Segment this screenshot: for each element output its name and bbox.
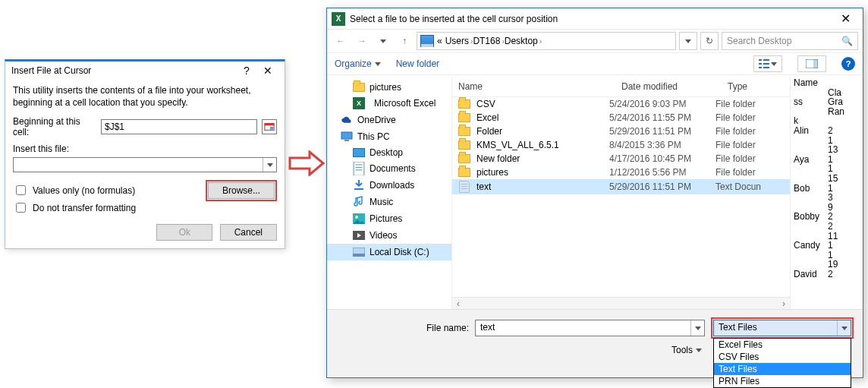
picker-bottom: File name: text Text Files Excel FilesCS…	[327, 309, 863, 377]
preview-line: Cla	[794, 88, 860, 98]
sidebar-item-videos[interactable]: Videos	[327, 227, 451, 244]
sidebar-item-label: Microsoft Excel	[374, 98, 436, 109]
sidebar-item-desktop[interactable]: Desktop	[327, 145, 451, 160]
help-button[interactable]: ?	[236, 65, 257, 77]
search-placeholder: Search Desktop	[727, 36, 791, 46]
tools-menu[interactable]: Tools	[671, 345, 702, 355]
breadcrumb[interactable]: « Users ›DT168 ›Desktop ›	[417, 32, 676, 50]
file-header: Name Date modified Type	[452, 77, 790, 97]
refresh-button[interactable]: ↻	[700, 32, 719, 50]
svg-rect-16	[355, 169, 362, 170]
scroll-right-icon[interactable]: ›	[778, 298, 790, 309]
crumb-overflow[interactable]: «	[437, 36, 442, 46]
insert-file-combo[interactable]	[13, 157, 277, 172]
filter-option[interactable]: CSV Files	[714, 351, 851, 363]
file-row[interactable]: Excel5/24/2016 11:55 PMFile folder	[452, 111, 790, 125]
nav-up-button[interactable]: ↑	[395, 32, 414, 50]
sidebar-item-label: Downloads	[370, 180, 414, 191]
sidebar-item-this-pc[interactable]: This PC	[327, 128, 451, 145]
file-date: 8/4/2015 3:36 PM	[609, 140, 715, 150]
preview-line: David2	[794, 270, 860, 279]
file-name-input[interactable]: text	[475, 320, 705, 336]
crumb-users[interactable]: Users ›	[445, 36, 473, 46]
cancel-button[interactable]: Cancel	[220, 224, 277, 241]
sidebar-item-onedrive[interactable]: OneDrive	[327, 112, 451, 128]
file-date: 5/29/2016 11:51 PM	[609, 126, 715, 137]
file-name: KMS_VL_ALL_6.5.1	[476, 140, 609, 150]
file-row[interactable]: text5/29/2016 11:51 PMText Docun	[452, 179, 790, 194]
file-date: 5/24/2016 9:03 PM	[609, 99, 715, 109]
crumb-desktop[interactable]: Desktop ›	[505, 36, 542, 46]
file-pane: Name Date modified Type CSV5/24/2016 9:0…	[452, 77, 791, 309]
col-type[interactable]: Type	[722, 77, 790, 96]
sidebar-item-documents[interactable]: Documents	[327, 160, 451, 177]
crumb-dt168[interactable]: DT168 ›	[473, 36, 504, 46]
sidebar-item-local-disk-c-[interactable]: Local Disk (C:)	[327, 244, 451, 260]
scroll-left-icon[interactable]: ‹	[452, 298, 464, 309]
sidebar-item-microsoft-excel[interactable]: XMicrosoft Excel	[327, 95, 451, 112]
picker-titlebar: X Select a file to be inserted at the ce…	[327, 8, 863, 30]
sidebar-item-pictures[interactable]: pictures	[327, 80, 451, 95]
crumb-dropdown-icon[interactable]	[679, 32, 697, 50]
file-row[interactable]: Folder5/29/2016 11:51 PMFile folder	[452, 125, 790, 138]
col-name[interactable]: Name	[452, 77, 615, 96]
preview-line: 1	[794, 164, 860, 174]
preview-line: Alin2	[794, 126, 860, 136]
col-date[interactable]: Date modified	[615, 77, 722, 96]
file-picker-dialog: X Select a file to be inserted at the ce…	[326, 8, 863, 378]
preview-line: ssGra	[794, 97, 860, 107]
file-row[interactable]: pictures1/12/2016 5:56 PMFile folder	[452, 166, 790, 179]
svg-rect-13	[354, 162, 364, 175]
preview-line: Ran	[794, 107, 860, 117]
svg-rect-17	[354, 188, 363, 190]
filter-option[interactable]: Excel Files	[714, 339, 851, 351]
sidebar-item-music[interactable]: Music	[327, 194, 451, 210]
preview-pane-button[interactable]	[797, 55, 826, 72]
preview-line: 15	[794, 174, 860, 184]
beginning-cell-input[interactable]	[101, 119, 257, 134]
filter-option[interactable]: Text Files	[714, 363, 851, 375]
help-icon[interactable]: ?	[841, 57, 855, 71]
svg-rect-1	[265, 124, 274, 126]
chevron-down-icon	[771, 62, 777, 66]
file-name: text	[476, 181, 609, 192]
sidebar-item-label: Desktop	[370, 147, 403, 158]
nav-row: ← → ↑ « Users ›DT168 ›Desktop › ↻ Search…	[327, 30, 863, 52]
no-format-checkbox-input[interactable]	[16, 203, 26, 213]
file-row[interactable]: KMS_VL_ALL_6.5.18/4/2015 3:36 PMFile fol…	[452, 138, 790, 152]
view-mode-button[interactable]	[753, 55, 782, 72]
no-format-checkbox[interactable]: Do not transfer formatting	[13, 200, 206, 215]
preview-line: Bobby2	[794, 212, 860, 222]
search-input[interactable]: Search Desktop 🔍	[722, 32, 858, 50]
nav-back-button[interactable]: ←	[332, 32, 350, 50]
nav-recent-arrow-icon[interactable]	[374, 32, 392, 50]
search-icon: 🔍	[841, 36, 853, 46]
combo-arrow-icon[interactable]	[263, 158, 276, 172]
arrow-icon	[288, 150, 325, 176]
cell-picker-icon[interactable]	[262, 119, 277, 134]
ok-button[interactable]: Ok	[156, 224, 212, 241]
file-row[interactable]: CSV5/24/2016 9:03 PMFile folder	[452, 97, 790, 111]
values-only-checkbox[interactable]: Values only (no formulas)	[13, 183, 206, 197]
file-name: CSV	[476, 99, 609, 109]
horizontal-scrollbar[interactable]: ‹ ›	[452, 297, 790, 309]
file-name-dropdown-icon[interactable]	[690, 320, 704, 336]
preview-line: 1	[794, 251, 860, 260]
beginning-cell-label: Beginning at this cell:	[13, 116, 96, 137]
dialog-title: Insert File at Cursor	[11, 65, 236, 76]
file-row[interactable]: New folder4/17/2016 10:45 PMFile folder	[452, 152, 790, 166]
picker-close-button[interactable]: ✕	[832, 11, 858, 26]
sidebar-item-downloads[interactable]: Downloads	[327, 177, 451, 194]
file-type: File folder	[715, 126, 784, 137]
organize-menu[interactable]: Organize	[335, 58, 381, 69]
sidebar-item-pictures[interactable]: Pictures	[327, 210, 451, 227]
close-button[interactable]: ✕	[257, 65, 278, 77]
filter-option[interactable]: PRN Files	[714, 375, 851, 387]
file-type-filter[interactable]: Text Files	[713, 320, 851, 336]
values-only-checkbox-input[interactable]	[16, 185, 26, 195]
file-type-dropdown-icon[interactable]	[837, 320, 851, 336]
new-folder-button[interactable]: New folder	[396, 58, 439, 69]
browse-button[interactable]: Browse...	[208, 182, 275, 199]
file-type: File folder	[715, 112, 784, 123]
preview-line: Bob1	[794, 184, 860, 194]
